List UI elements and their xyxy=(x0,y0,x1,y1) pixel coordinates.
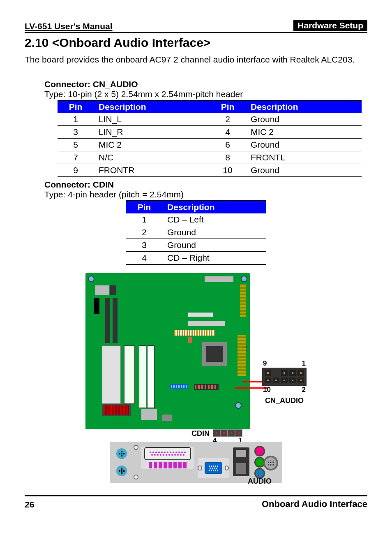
th-pin: Pin xyxy=(126,201,162,213)
table-row: 2 Ground xyxy=(126,226,266,239)
table-row: 1 LIN_L 2 Ground xyxy=(58,113,362,126)
th-pin: Pin xyxy=(58,100,94,113)
cdin-label: Connector: CDIN xyxy=(44,180,367,190)
header-left: LV-651 User's Manual xyxy=(25,21,113,31)
table-row: 3 Ground xyxy=(126,239,266,252)
cn-audio-callout: 9 1 xyxy=(262,359,307,405)
intro-text: The board provides the onboard AC97 2 ch… xyxy=(25,55,367,65)
page-header: LV-651 User's Manual Hardware Setup xyxy=(25,20,367,33)
section-title: 2.10 <Onboard Audio Interface> xyxy=(25,36,367,50)
figures-area: CDIN 4 1 xyxy=(25,273,367,483)
cn-audio-name: CN_AUDIO xyxy=(262,396,307,405)
cn-audio-pin-9: 9 xyxy=(263,359,267,368)
motherboard-figure: CDIN 4 1 xyxy=(85,273,250,429)
table-row: 3 LIN_R 4 MIC 2 xyxy=(58,126,362,139)
cdin-table: Pin Description 1 CD – Left 2 Ground 3 G… xyxy=(126,200,266,265)
th-desc-2: Description xyxy=(246,100,362,113)
cn-audio-pin-1: 1 xyxy=(302,359,306,368)
cn-audio-label: Connector: CN_AUDIO xyxy=(44,79,367,89)
table-row: 7 N/C 8 FRONTL xyxy=(58,151,362,164)
header-right: Hardware Setup xyxy=(293,20,367,31)
cdin-type: Type: 4-pin header (pitch = 2.54mm) xyxy=(44,190,367,199)
audio-label: AUDIO xyxy=(248,477,272,486)
th-pin-2: Pin xyxy=(210,100,246,113)
cn-audio-header-icon xyxy=(262,368,307,386)
cn-audio-pin-10: 10 xyxy=(263,386,271,394)
cn-audio-table: Pin Description Pin Description 1 LIN_L … xyxy=(58,100,362,177)
footer-title: Onboard Audio Interface xyxy=(262,499,367,510)
th-desc: Description xyxy=(94,100,210,113)
th-desc: Description xyxy=(162,201,266,213)
motherboard-icon xyxy=(85,273,250,429)
backpanel-figure: AUDIO xyxy=(110,429,282,483)
page-number: 26 xyxy=(25,500,34,510)
table-row: 5 MIC 2 6 Ground xyxy=(58,139,362,151)
table-row: 9 FRONTR 10 Ground xyxy=(58,164,362,177)
page-footer: 26 Onboard Audio Interface xyxy=(25,495,367,510)
cn-audio-type: Type: 10-pin (2 x 5) 2.54mm x 2.54mm-pit… xyxy=(44,89,367,99)
table-row: 1 CD – Left xyxy=(126,213,266,226)
cn-audio-pin-2: 2 xyxy=(302,386,306,394)
table-row: 4 CD – Right xyxy=(126,252,266,265)
